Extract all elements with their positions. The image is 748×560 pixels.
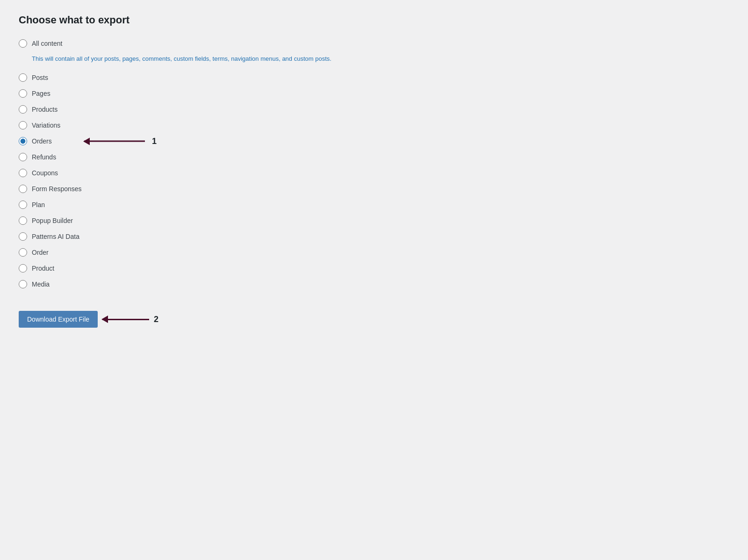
radio-label-refunds[interactable]: Refunds [32, 153, 56, 161]
radio-label-variations[interactable]: Variations [32, 122, 60, 129]
radio-label-patterns-ai-data[interactable]: Patterns AI Data [32, 233, 79, 240]
radio-plan[interactable] [19, 201, 27, 209]
radio-label-posts[interactable]: Posts [32, 74, 48, 81]
radio-all-content[interactable] [19, 39, 27, 48]
radio-label-product[interactable]: Product [32, 265, 54, 272]
radio-label-products[interactable]: Products [32, 106, 58, 113]
radio-label-form-responses[interactable]: Form Responses [32, 185, 82, 193]
annotation-number-1: 1 [152, 136, 157, 146]
radio-coupons[interactable] [19, 169, 27, 177]
radio-item-order: Order [19, 244, 729, 260]
arrow-head-2 [101, 316, 108, 323]
radio-label-order[interactable]: Order [32, 249, 49, 256]
radio-posts[interactable] [19, 73, 27, 82]
radio-item-orders: Orders 1 [19, 133, 729, 149]
arrow-line-1 [84, 141, 145, 142]
radio-item-pages: Pages [19, 86, 729, 101]
radio-item-product: Product [19, 260, 729, 276]
radio-order[interactable] [19, 248, 27, 257]
radio-item-refunds: Refunds [19, 149, 729, 165]
radio-variations[interactable] [19, 121, 27, 129]
radio-item-products: Products [19, 101, 729, 117]
download-section: Download Export File 2 [19, 311, 729, 328]
radio-media[interactable] [19, 280, 27, 288]
radio-pages[interactable] [19, 89, 27, 98]
radio-form-responses[interactable] [19, 185, 27, 193]
annotation-arrow-1 [84, 141, 145, 142]
radio-label-plan[interactable]: Plan [32, 201, 45, 208]
radio-item-popup-builder: Popup Builder [19, 213, 729, 229]
annotation-arrow-2: 2 [102, 315, 158, 324]
arrow-head-1 [83, 137, 90, 145]
radio-item-variations: Variations [19, 117, 729, 133]
radio-product[interactable] [19, 264, 27, 273]
radio-label-orders[interactable]: Orders [32, 137, 52, 145]
download-export-button[interactable]: Download Export File [19, 311, 98, 328]
page-title: Choose what to export [19, 14, 729, 26]
annotation-number-2: 2 [154, 315, 158, 324]
radio-item-plan: Plan [19, 197, 729, 213]
radio-item-form-responses: Form Responses [19, 181, 729, 197]
radio-label-all-content[interactable]: All content [32, 40, 62, 47]
radio-item-posts: Posts [19, 70, 729, 86]
radio-item-coupons: Coupons [19, 165, 729, 181]
radio-item-all-content: All content [19, 36, 729, 51]
all-content-description: This will contain all of your posts, pag… [32, 55, 729, 62]
radio-item-media: Media [19, 276, 729, 292]
radio-patterns-ai-data[interactable] [19, 232, 27, 241]
radio-label-media[interactable]: Media [32, 280, 50, 288]
radio-label-coupons[interactable]: Coupons [32, 169, 58, 177]
radio-products[interactable] [19, 105, 27, 114]
radio-label-pages[interactable]: Pages [32, 90, 50, 97]
radio-popup-builder[interactable] [19, 216, 27, 225]
radio-orders[interactable] [19, 137, 27, 145]
radio-item-patterns-ai-data: Patterns AI Data [19, 229, 729, 244]
radio-refunds[interactable] [19, 153, 27, 161]
export-options-group: All content This will contain all of you… [19, 36, 729, 292]
radio-label-popup-builder[interactable]: Popup Builder [32, 217, 73, 224]
arrow-line-2 [102, 319, 149, 320]
